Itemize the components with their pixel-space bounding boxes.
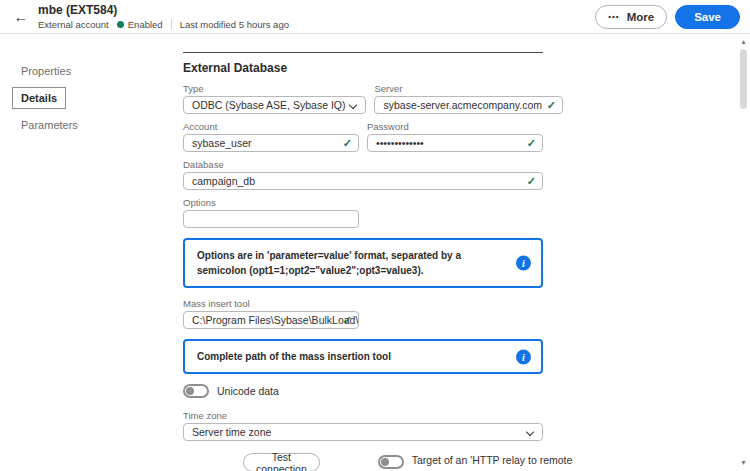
last-modified-label: Last modified 5 hours ago bbox=[180, 19, 289, 30]
more-button[interactable]: ••• More bbox=[595, 5, 667, 29]
server-input-value: sybase-server.acmecompany.com bbox=[383, 99, 542, 111]
valid-check-icon: ✓ bbox=[547, 99, 556, 112]
section-title: External Database bbox=[183, 61, 543, 75]
back-arrow-icon: ← bbox=[14, 8, 29, 25]
account-label: Account bbox=[183, 121, 359, 132]
server-label: Server bbox=[374, 83, 563, 94]
timezone-label: Time zone bbox=[183, 410, 543, 421]
database-field-group: Database campaign_db ✓ bbox=[183, 159, 543, 190]
unicode-toggle-label: Unicode data bbox=[217, 385, 279, 397]
http-relay-toggle[interactable] bbox=[378, 455, 404, 469]
vertical-scrollbar[interactable]: ▲ ▼ bbox=[737, 34, 750, 471]
valid-check-icon: ✓ bbox=[343, 314, 352, 327]
page-title: mbe (EXT584) bbox=[38, 4, 289, 17]
save-button[interactable]: Save bbox=[675, 5, 740, 29]
top-header: ← mbe (EXT584) External account Enabled … bbox=[0, 0, 750, 34]
options-label: Options bbox=[183, 197, 543, 208]
unicode-data-toggle[interactable] bbox=[183, 384, 209, 398]
sidebar-item-parameters[interactable]: Parameters bbox=[12, 114, 87, 136]
password-input-value: ••••••••••••• bbox=[376, 137, 424, 149]
mass-insert-info-text: Complete path of the mass insertion tool bbox=[197, 351, 391, 362]
password-field-group: Password ••••••••••••• ✓ bbox=[367, 121, 543, 152]
section-divider bbox=[183, 52, 543, 53]
type-field-group: Type ODBC (Sybase ASE, Sybase IQ) bbox=[183, 83, 366, 114]
valid-check-icon: ✓ bbox=[343, 137, 352, 150]
timezone-field-group: Time zone Server time zone bbox=[183, 410, 543, 441]
options-info-box: Options are in 'parameter=value' format,… bbox=[183, 238, 543, 288]
details-form: External Database Type ODBC (Sybase ASE,… bbox=[183, 34, 543, 471]
scrollbar-thumb[interactable] bbox=[740, 49, 747, 109]
valid-check-icon: ✓ bbox=[527, 175, 536, 188]
mass-insert-field-group: Mass insert tool C:\Program Files\Sybase… bbox=[183, 298, 543, 329]
more-dots-icon: ••• bbox=[608, 12, 619, 21]
account-type-label: External account bbox=[38, 19, 109, 30]
account-input[interactable]: sybase_user ✓ bbox=[183, 134, 359, 152]
database-label: Database bbox=[183, 159, 543, 170]
test-connection-button[interactable]: Test connection bbox=[243, 453, 320, 471]
mass-insert-input-value: C:\Program Files\Sybase\BulkLoad\bulkloa… bbox=[192, 314, 359, 326]
info-icon: i bbox=[516, 256, 531, 271]
timezone-select[interactable]: Server time zone bbox=[183, 423, 543, 441]
toggle-knob bbox=[186, 387, 194, 395]
valid-check-icon: ✓ bbox=[527, 137, 536, 150]
sidebar-item-properties[interactable]: Properties bbox=[12, 60, 80, 82]
left-nav: Properties Details Parameters bbox=[0, 34, 183, 471]
more-button-label: More bbox=[627, 11, 654, 23]
type-select[interactable]: ODBC (Sybase ASE, Sybase IQ) bbox=[183, 96, 366, 114]
back-button[interactable]: ← bbox=[10, 6, 32, 28]
mass-insert-info-box: Complete path of the mass insertion tool… bbox=[183, 339, 543, 374]
external-account-page: ← mbe (EXT584) External account Enabled … bbox=[0, 0, 750, 471]
sidebar-item-details[interactable]: Details bbox=[12, 87, 66, 109]
bottom-actions-row: Test connection Target of an 'HTTP relay… bbox=[183, 453, 543, 471]
server-input[interactable]: sybase-server.acmecompany.com ✓ bbox=[374, 96, 563, 114]
relay-toggle-row: Target of an 'HTTP relay to remote datab… bbox=[378, 453, 590, 471]
options-field-group: Options bbox=[183, 197, 543, 228]
account-input-value: sybase_user bbox=[192, 137, 252, 149]
title-block: mbe (EXT584) External account Enabled La… bbox=[38, 4, 289, 30]
vertical-divider bbox=[171, 19, 172, 30]
scroll-down-icon[interactable]: ▼ bbox=[740, 459, 747, 467]
content-area: Properties Details Parameters External D… bbox=[0, 34, 750, 471]
mass-insert-input[interactable]: C:\Program Files\Sybase\BulkLoad\bulkloa… bbox=[183, 311, 359, 329]
password-label: Password bbox=[367, 121, 543, 132]
server-field-group: Server sybase-server.acmecompany.com ✓ bbox=[374, 83, 563, 114]
scroll-up-icon[interactable]: ▲ bbox=[740, 38, 747, 46]
unicode-toggle-row: Unicode data bbox=[183, 384, 543, 398]
mass-insert-label: Mass insert tool bbox=[183, 298, 543, 309]
options-info-text: Options are in 'parameter=value' format,… bbox=[197, 250, 461, 276]
options-input[interactable] bbox=[183, 210, 359, 228]
chevron-down-icon bbox=[526, 428, 534, 436]
type-select-value: ODBC (Sybase ASE, Sybase IQ) bbox=[192, 99, 345, 111]
account-field-group: Account sybase_user ✓ bbox=[183, 121, 359, 152]
timezone-select-value: Server time zone bbox=[192, 426, 271, 438]
toggle-knob bbox=[381, 458, 389, 466]
relay-toggle-label: Target of an 'HTTP relay to remote datab… bbox=[412, 453, 590, 471]
chevron-down-icon bbox=[349, 101, 357, 109]
type-label: Type bbox=[183, 83, 366, 94]
scrollbar-track[interactable] bbox=[740, 49, 747, 456]
database-input-value: campaign_db bbox=[192, 175, 255, 187]
status-badge: Enabled bbox=[117, 19, 163, 30]
status-label: Enabled bbox=[128, 19, 163, 30]
header-subtitle: External account Enabled Last modified 5… bbox=[38, 19, 289, 30]
info-icon: i bbox=[516, 349, 531, 364]
password-input[interactable]: ••••••••••••• ✓ bbox=[367, 134, 543, 152]
database-input[interactable]: campaign_db ✓ bbox=[183, 172, 543, 190]
header-actions: ••• More Save bbox=[595, 5, 740, 29]
enabled-status-dot-icon bbox=[117, 21, 124, 28]
